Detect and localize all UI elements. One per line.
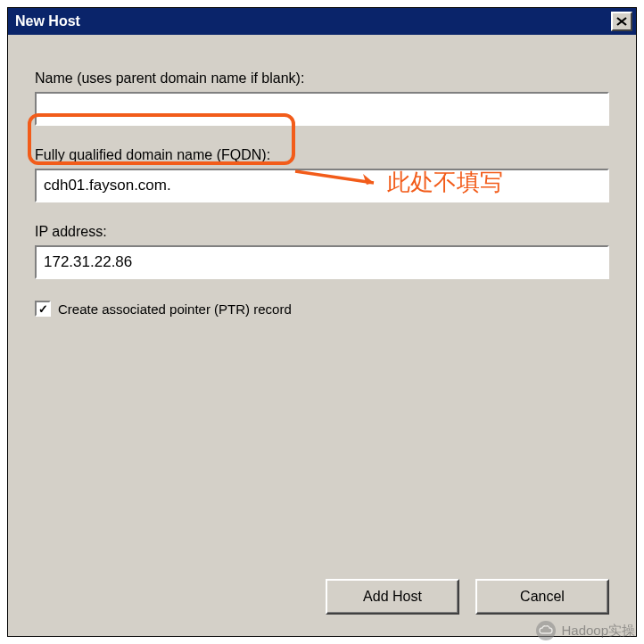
ip-label: IP address:	[35, 224, 609, 240]
name-input[interactable]	[35, 92, 609, 126]
dialog-title: New Host	[15, 13, 611, 29]
close-button[interactable]	[611, 12, 632, 31]
ptr-checkbox[interactable]	[35, 301, 51, 317]
close-icon	[616, 17, 627, 26]
dialog-body: Name (uses parent domain name if blank):…	[8, 35, 636, 636]
name-field-group: Name (uses parent domain name if blank):	[35, 70, 609, 126]
name-label: Name (uses parent domain name if blank):	[35, 70, 609, 87]
ip-field-group: IP address:	[35, 224, 609, 279]
ptr-checkbox-label: Create associated pointer (PTR) record	[58, 301, 292, 317]
cancel-button[interactable]: Cancel	[475, 579, 609, 615]
ip-input[interactable]	[35, 245, 609, 279]
new-host-dialog: New Host Name (uses parent domain name i…	[7, 7, 637, 637]
fqdn-field-group: Fully qualified domain name (FQDN):	[35, 147, 609, 202]
fqdn-label: Fully qualified domain name (FQDN):	[35, 147, 609, 163]
titlebar: New Host	[8, 8, 636, 35]
button-row: Add Host Cancel	[326, 579, 609, 615]
add-host-button[interactable]: Add Host	[326, 579, 459, 615]
fqdn-input[interactable]	[35, 169, 609, 202]
ptr-checkbox-row: Create associated pointer (PTR) record	[35, 301, 609, 317]
